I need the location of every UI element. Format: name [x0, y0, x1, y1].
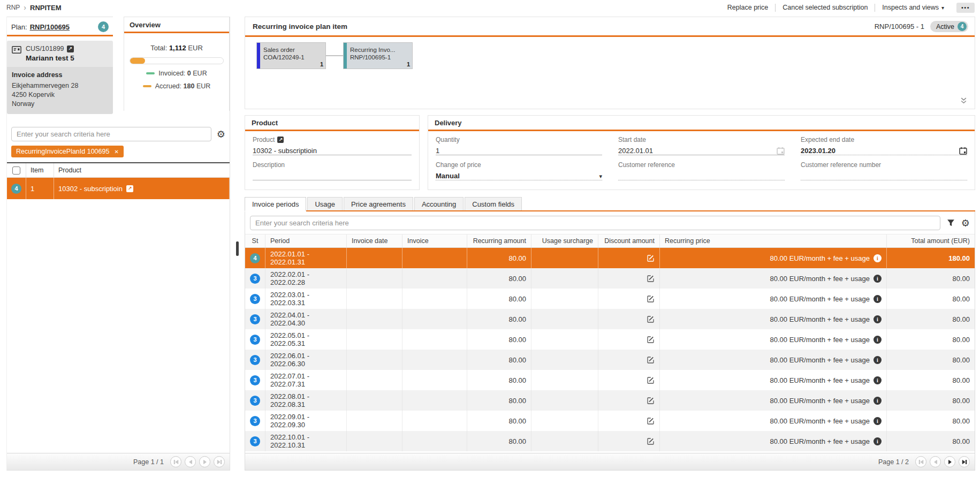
col-header-st[interactable]: St — [245, 234, 265, 247]
edit-icon[interactable] — [647, 376, 655, 384]
col-header-total-amount[interactable]: Total amount (EUR) — [887, 234, 975, 247]
sales-order-node[interactable]: Sales order COA/120249-1 1 — [256, 42, 326, 69]
edit-icon[interactable] — [647, 295, 655, 302]
status-badge: 3 — [250, 375, 260, 385]
tab-price-agreements[interactable]: Price agreements — [344, 197, 413, 210]
plan-item-ref: RNP/100695 - 1 — [875, 22, 924, 31]
plan-item-row[interactable]: 4 1 10302 - subscriptioin — [7, 178, 230, 199]
usage-surcharge-cell — [531, 370, 598, 390]
info-icon[interactable] — [873, 397, 882, 405]
col-header-discount-amount[interactable]: Discount amount — [598, 234, 660, 247]
change-of-price-value[interactable]: Manual — [436, 172, 596, 180]
invoice-period-row[interactable]: 3 2022.09.01 - 2022.09.30 80.00 80.00 EU… — [245, 411, 975, 431]
invoiced-label: Invoiced: — [158, 70, 185, 77]
calendar-icon[interactable] — [777, 147, 785, 155]
quantity-value[interactable]: 1 — [436, 147, 602, 155]
edit-icon[interactable] — [647, 417, 655, 425]
customer-reference-number-field: Customer reference number — [801, 161, 967, 180]
col-header-invoice-date[interactable]: Invoice date — [347, 234, 402, 247]
filter-chips: RecurringInvoicePlanId 100695 — [11, 146, 225, 157]
edit-icon[interactable] — [647, 356, 655, 364]
tab-accounting[interactable]: Accounting — [414, 197, 464, 210]
info-icon[interactable] — [873, 336, 882, 344]
invoice-period-row[interactable]: 3 2022.10.01 - 2022.10.31 80.00 80.00 EU… — [245, 431, 975, 451]
product-card: Product Product 10302 - subscriptioin De… — [245, 115, 420, 190]
info-icon[interactable] — [873, 295, 882, 303]
info-icon[interactable] — [873, 356, 882, 364]
collapse-section-icon[interactable] — [960, 97, 967, 105]
last-page-icon[interactable] — [959, 456, 970, 467]
edit-icon[interactable] — [647, 336, 655, 343]
invoice-periods-search-input[interactable] — [250, 216, 940, 230]
first-page-icon[interactable] — [915, 456, 926, 467]
end-date-value[interactable]: 2023.01.20 — [801, 147, 956, 155]
info-icon[interactable] — [873, 315, 882, 323]
col-header-usage-surcharge[interactable]: Usage surcharge — [531, 234, 598, 247]
invoice-period-row[interactable]: 3 2022.03.01 - 2022.03.31 80.00 80.00 EU… — [245, 289, 975, 309]
plan-link[interactable]: RNP/100695 — [30, 23, 70, 31]
tab-custom-fields[interactable]: Custom fields — [465, 197, 522, 210]
cancel-subscription-button[interactable]: Cancel selected subscription — [776, 3, 875, 12]
replace-price-button[interactable]: Replace price — [720, 3, 775, 12]
more-options-icon[interactable] — [956, 3, 975, 13]
recurring-invoice-node[interactable]: Recurring Invo... RNP/100695-1 1 — [343, 42, 413, 69]
external-link-icon[interactable] — [126, 185, 133, 192]
select-all-checkbox[interactable] — [12, 166, 20, 175]
filter-icon[interactable] — [947, 219, 955, 227]
product-column-header[interactable]: Product — [54, 163, 230, 177]
info-icon[interactable] — [873, 376, 882, 384]
breadcrumb-root[interactable]: RNP — [6, 4, 20, 11]
invoice-period-row[interactable]: 4 2022.01.01 - 2022.01.31 80.00 80.00 EU… — [245, 248, 975, 268]
edit-icon[interactable] — [647, 437, 655, 445]
info-icon[interactable] — [873, 437, 882, 445]
inspects-views-menu[interactable]: Inspects and views — [875, 3, 951, 12]
info-icon[interactable] — [873, 254, 882, 262]
scrollbar-handle[interactable] — [236, 241, 239, 256]
col-header-invoice[interactable]: Invoice — [402, 234, 467, 247]
col-header-recurring-price[interactable]: Recurring price — [660, 234, 887, 247]
invoice-period-row[interactable]: 3 2022.07.01 - 2022.07.31 80.00 80.00 EU… — [245, 370, 975, 390]
col-header-period[interactable]: Period — [265, 234, 347, 247]
customer-card[interactable]: CUS/101899 Mariann test 5 Invoice addres… — [7, 41, 113, 114]
info-icon[interactable] — [873, 417, 882, 425]
status-pill: Active 4 — [930, 21, 968, 32]
next-page-icon[interactable] — [199, 456, 210, 467]
tab-invoice-periods[interactable]: Invoice periods — [245, 197, 306, 211]
invoiced-dash-icon — [146, 72, 155, 74]
info-icon[interactable] — [873, 275, 882, 283]
product-field-value[interactable]: 10302 - subscriptioin — [253, 147, 412, 155]
edit-icon[interactable] — [647, 275, 655, 282]
close-icon[interactable] — [114, 148, 118, 155]
edit-icon[interactable] — [647, 315, 655, 323]
invoice-period-row[interactable]: 3 2022.05.01 - 2022.05.31 80.00 80.00 EU… — [245, 329, 975, 350]
filter-chip[interactable]: RecurringInvoicePlanId 100695 — [11, 146, 124, 157]
item-number: 1 — [26, 178, 54, 199]
start-date-value[interactable]: 2022.01.01 — [618, 147, 773, 155]
edit-icon[interactable] — [647, 397, 655, 404]
previous-page-icon[interactable] — [185, 456, 196, 467]
invoice-period-row[interactable]: 3 2022.02.01 - 2022.02.28 80.00 80.00 EU… — [245, 268, 975, 289]
next-page-icon[interactable] — [944, 456, 955, 467]
page-label: Page 1 / 2 — [878, 458, 909, 466]
item-column-header[interactable]: Item — [26, 163, 54, 177]
first-page-icon[interactable] — [170, 456, 181, 467]
invoice-period-row[interactable]: 3 2022.04.01 - 2022.04.30 80.00 80.00 EU… — [245, 309, 975, 329]
gear-icon[interactable] — [961, 218, 970, 228]
tab-usage[interactable]: Usage — [307, 197, 343, 210]
sidebar-search-input[interactable] — [11, 127, 211, 141]
edit-icon[interactable] — [647, 254, 655, 262]
last-page-icon[interactable] — [214, 456, 225, 467]
recurring-amount-cell: 80.00 — [467, 370, 531, 390]
external-link-icon[interactable] — [277, 137, 284, 143]
external-link-icon[interactable] — [67, 46, 74, 52]
recurring-price-text: 80.00 EUR/month + fee + usage — [770, 275, 870, 283]
status-badge: 3 — [250, 274, 260, 284]
gear-icon[interactable] — [217, 130, 225, 139]
chevron-down-icon[interactable] — [599, 173, 602, 180]
col-header-recurring-amount[interactable]: Recurring amount — [467, 234, 531, 247]
calendar-icon[interactable] — [959, 147, 967, 155]
invoice-period-row[interactable]: 3 2022.06.01 - 2022.06.30 80.00 80.00 EU… — [245, 350, 975, 370]
previous-page-icon[interactable] — [930, 456, 941, 467]
customer-code[interactable]: CUS/101899 — [26, 45, 64, 52]
invoice-period-row[interactable]: 3 2022.08.01 - 2022.08.31 80.00 80.00 EU… — [245, 390, 975, 411]
